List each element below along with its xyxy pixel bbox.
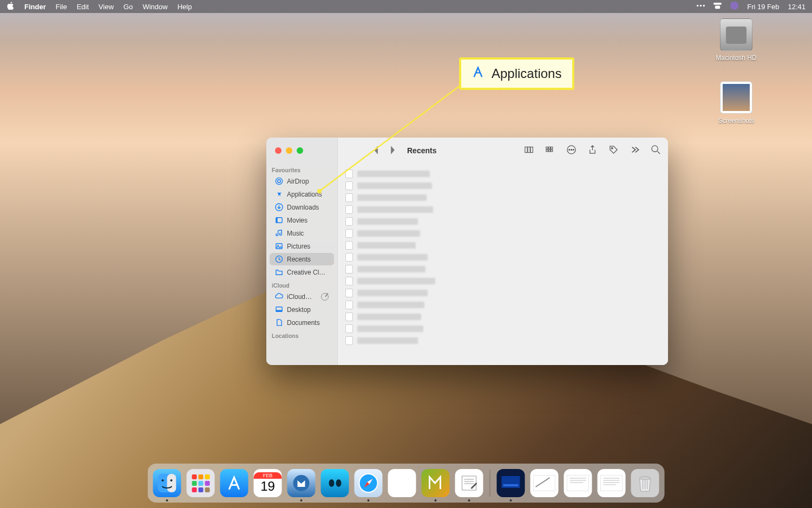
sidebar-item-desktop[interactable]: Desktop [270, 303, 334, 316]
file-row[interactable] [345, 204, 668, 216]
sidebar-item-label: Documents [287, 319, 320, 327]
dock-retroarch[interactable] [321, 469, 349, 497]
sidebar-item-recents[interactable]: Recents [270, 253, 334, 265]
file-row[interactable] [345, 275, 668, 287]
window-close-button[interactable] [275, 147, 281, 154]
svg-point-37 [293, 475, 310, 491]
file-list[interactable] [338, 164, 668, 365]
sidebar-item-icloud-drive[interactable]: iCloud… [270, 290, 334, 303]
dock-launchpad[interactable] [187, 469, 215, 497]
desktop-icon [275, 305, 283, 314]
status-user-icon[interactable] [730, 2, 738, 11]
svg-point-5 [730, 2, 738, 10]
sidebar-item-label: Recents [287, 256, 311, 263]
tags-button[interactable] [609, 145, 618, 156]
dock-document-minimized-1[interactable] [564, 469, 592, 497]
dock-komodo[interactable] [422, 469, 450, 497]
svg-point-56 [640, 477, 651, 480]
sidebar-section-locations: Locations [266, 329, 337, 340]
svg-point-22 [276, 178, 282, 184]
svg-point-21 [278, 180, 281, 183]
file-name-redacted [357, 194, 427, 201]
calendar-day: 19 [260, 479, 275, 494]
view-group-button[interactable] [546, 145, 555, 156]
nav-forward-button[interactable] [389, 145, 396, 157]
menu-go[interactable]: Go [123, 3, 133, 11]
svg-rect-7 [528, 147, 530, 152]
menu-file[interactable]: File [56, 3, 67, 11]
svg-point-18 [573, 149, 574, 151]
dock-finder[interactable] [153, 469, 181, 497]
file-row[interactable] [345, 323, 668, 335]
status-more-icon[interactable] [697, 2, 705, 11]
svg-point-20 [652, 146, 658, 152]
file-name-redacted [357, 171, 430, 177]
sidebar-item-documents[interactable]: Documents [270, 316, 334, 329]
dock-safari[interactable] [355, 469, 383, 497]
dock-thunderbird[interactable] [287, 469, 316, 497]
dock-ia-writer[interactable]: iA [388, 469, 416, 497]
ia-writer-label: iA [396, 475, 408, 492]
menubar-time[interactable]: 12:41 [788, 3, 806, 11]
nav-back-button[interactable] [372, 145, 379, 157]
sidebar-item-label: AirDrop [287, 178, 309, 185]
file-row[interactable] [345, 227, 668, 239]
file-row[interactable] [345, 299, 668, 311]
dock-textedit[interactable] [455, 469, 483, 497]
file-row[interactable] [345, 287, 668, 299]
menubar-date[interactable]: Fri 19 Feb [747, 3, 779, 11]
dock-parallels[interactable] [497, 469, 525, 497]
sidebar-item-airdrop[interactable]: AirDrop [270, 175, 334, 187]
sidebar-item-music[interactable]: Music [270, 227, 334, 239]
window-fullscreen-button[interactable] [297, 147, 303, 154]
view-columns-button[interactable] [525, 145, 534, 156]
folder-icon [275, 268, 283, 276]
search-button[interactable] [651, 145, 660, 156]
document-icon [345, 324, 353, 333]
file-row[interactable] [345, 263, 668, 275]
menu-view[interactable]: View [99, 3, 114, 11]
desktop-icon-screenshots[interactable]: Screenshots [709, 81, 763, 125]
window-minimize-button[interactable] [286, 147, 292, 154]
svg-rect-51 [601, 475, 623, 491]
file-row[interactable] [345, 180, 668, 192]
dock-app-store[interactable] [220, 469, 248, 497]
apple-menu-icon[interactable] [6, 2, 15, 11]
menu-window[interactable]: Window [142, 3, 167, 11]
file-name-redacted [357, 254, 428, 260]
dock-note-minimized[interactable] [531, 469, 559, 497]
sidebar-item-movies[interactable]: Movies [270, 214, 334, 226]
finder-window: Recents Favourites AirDrop Applications … [266, 138, 668, 365]
file-row[interactable] [345, 251, 668, 263]
menu-help[interactable]: Help [178, 3, 192, 11]
desktop-icon-macintosh-hd[interactable]: Macintosh HD [709, 18, 763, 62]
action-menu-button[interactable] [567, 145, 576, 156]
annotation-callout: Applications [459, 57, 574, 90]
toolbar-overflow-button[interactable] [630, 145, 639, 156]
sidebar-item-pictures[interactable]: Pictures [270, 240, 334, 252]
svg-point-2 [703, 5, 705, 6]
menu-edit[interactable]: Edit [77, 3, 89, 11]
movies-icon [275, 216, 283, 224]
sidebar-item-creative-cloud[interactable]: Creative Cl… [270, 266, 334, 278]
file-row[interactable] [345, 239, 668, 251]
dock-calendar[interactable]: FEB19 [254, 469, 282, 497]
file-name-redacted [357, 206, 433, 213]
file-row[interactable] [345, 168, 668, 180]
dock-trash[interactable] [631, 469, 659, 497]
sidebar-item-label: Applications [287, 191, 322, 198]
file-row[interactable] [345, 216, 668, 227]
sidebar-item-downloads[interactable]: Downloads [270, 201, 334, 213]
file-row[interactable] [345, 335, 668, 347]
sidebar-item-applications[interactable]: Applications [270, 188, 334, 200]
svg-point-17 [571, 149, 572, 151]
file-row[interactable] [345, 192, 668, 204]
share-button[interactable] [588, 145, 597, 156]
file-row[interactable] [345, 311, 668, 323]
active-app-name[interactable]: Finder [24, 3, 46, 11]
hard-drive-icon [720, 18, 752, 51]
document-icon [345, 312, 353, 321]
status-dock-icon[interactable] [713, 2, 722, 11]
dock-document-minimized-2[interactable] [598, 469, 626, 497]
sidebar-item-label: Desktop [287, 306, 311, 314]
